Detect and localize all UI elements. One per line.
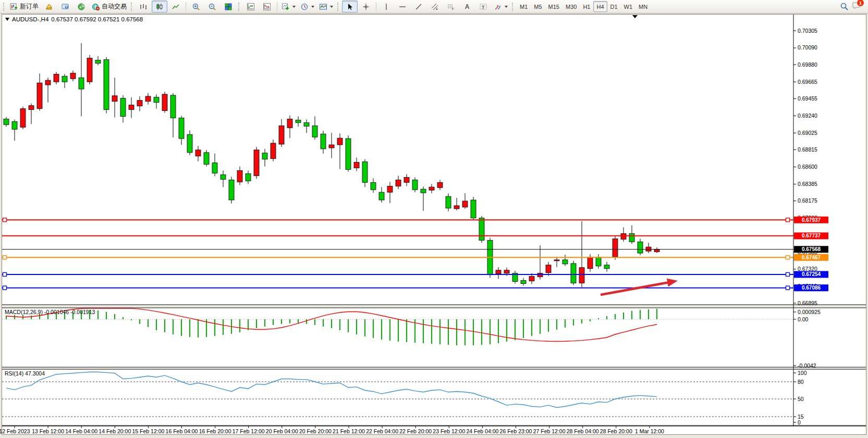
svg-text:0.68600: 0.68600 (798, 164, 817, 170)
horizontal-line-icon (398, 3, 407, 11)
add-indicator-icon (282, 3, 290, 11)
indicator-window-button[interactable] (243, 1, 259, 12)
arrows-tool-button[interactable] (492, 1, 510, 12)
toolbar-grip[interactable] (131, 3, 133, 11)
fibonacci-icon: F (447, 3, 455, 11)
svg-text:0.69665: 0.69665 (798, 79, 817, 85)
toolbar-grip[interactable] (238, 3, 241, 11)
vline-tool-button[interactable] (378, 1, 394, 12)
new-order-button[interactable]: 新订单 (8, 1, 41, 12)
notification-badge: 1 (857, 0, 864, 7)
timeframe-button-D1[interactable]: D1 (607, 1, 621, 12)
toolbar-grip[interactable] (337, 3, 340, 11)
timeframe-button-M5[interactable]: M5 (531, 1, 545, 12)
svg-text:13 Feb 12:00: 13 Feb 12:00 (32, 428, 64, 434)
svg-text:0.67467: 0.67467 (802, 255, 821, 260)
indicator-window2-button[interactable] (259, 1, 275, 12)
main-toolbar: 新订单 自动交易 (0, 0, 868, 14)
candle-chart-mode-button[interactable] (152, 1, 167, 12)
svg-text:-0.0042: -0.0042 (798, 362, 816, 369)
templates-button[interactable] (317, 1, 335, 12)
zoom-out-button[interactable] (204, 1, 220, 12)
cursor-tool-button[interactable] (342, 1, 358, 12)
svg-text:0.67937: 0.67937 (802, 217, 821, 223)
periods-button[interactable] (298, 1, 316, 12)
toolbar-grip[interactable] (512, 3, 515, 11)
svg-text:E: E (436, 7, 438, 10)
zoom-in-button[interactable] (188, 1, 204, 12)
svg-text:0.70090: 0.70090 (798, 44, 817, 51)
fibonacci-tool-button[interactable]: F (443, 1, 459, 12)
accounts-icon (61, 3, 69, 11)
notifications-button[interactable]: 1 (852, 1, 861, 12)
svg-text:27 Feb 12:00: 27 Feb 12:00 (533, 428, 566, 434)
svg-text:50: 50 (798, 396, 804, 402)
hline-tool-button[interactable] (395, 1, 410, 12)
svg-text:0.70305: 0.70305 (798, 28, 817, 34)
timeframe-button-W1[interactable]: W1 (621, 1, 636, 12)
svg-text:0.00: 0.00 (798, 316, 809, 322)
svg-text:0.67737: 0.67737 (802, 233, 821, 239)
svg-text:0.68385: 0.68385 (798, 181, 817, 187)
svg-text:23 Feb 12:00: 23 Feb 12:00 (433, 428, 465, 434)
chart-arrow-down-icon (263, 3, 271, 11)
accounts-button[interactable] (57, 1, 73, 12)
chart-title[interactable]: AUDUSD-,H4 0.67537 0.67592 0.67521 0.675… (5, 16, 143, 22)
chart-arrow-up-icon (247, 3, 255, 11)
tile-windows-button[interactable] (221, 1, 236, 12)
svg-text:1 Mar 12:00: 1 Mar 12:00 (635, 428, 664, 434)
new-order-label: 新订单 (20, 2, 39, 11)
crosshair-icon (362, 3, 370, 11)
symbol-period-label: AUDUSD-,H4 (12, 16, 48, 22)
toolbar-separator (376, 2, 376, 11)
timeframe-button-MN[interactable]: MN (635, 1, 651, 12)
svg-text:F: F (452, 7, 454, 10)
bar-chart-icon (139, 3, 148, 11)
timeframe-button-M1[interactable]: M1 (517, 1, 531, 12)
equidistant-channel-icon: E (431, 3, 439, 11)
timeframe-button-H4[interactable]: H4 (593, 1, 607, 12)
new-order-icon (10, 3, 18, 11)
label-tool-button[interactable]: T (475, 1, 491, 12)
clock-icon (300, 3, 309, 11)
toolbar-separator (277, 2, 277, 11)
text-tool-icon: A (465, 3, 470, 10)
text-tool-button[interactable]: A (459, 1, 475, 12)
toolbar-grip[interactable] (3, 3, 6, 11)
svg-text:15 Feb 12:00: 15 Feb 12:00 (132, 428, 164, 434)
svg-text:26 Feb 23:00: 26 Feb 23:00 (500, 428, 532, 434)
timeframe-button-M30[interactable]: M30 (563, 1, 580, 12)
auto-trading-button[interactable]: 自动交易 (90, 1, 129, 12)
charts-button[interactable] (41, 1, 57, 12)
search-icon[interactable] (840, 2, 849, 11)
svg-text:16 Feb 20:00: 16 Feb 20:00 (199, 428, 231, 434)
svg-text:0.67086: 0.67086 (802, 285, 821, 291)
ohlc-values: 0.67537 0.67592 0.67521 0.67568 (51, 16, 143, 22)
symbol-dropdown-icon[interactable] (5, 18, 9, 21)
crosshair-tool-button[interactable] (358, 1, 374, 12)
dropdown-caret (505, 6, 508, 8)
timeframe-button-H1[interactable]: H1 (580, 1, 593, 12)
toolbar-separator (186, 2, 186, 11)
news-broadcast-icon (77, 3, 85, 11)
timeframe-button-M15[interactable]: M15 (545, 1, 563, 12)
vertical-line-icon (382, 3, 390, 11)
svg-text:20 Feb 20:00: 20 Feb 20:00 (299, 428, 332, 434)
chart-canvas[interactable]: 0.703050.700900.698800.696650.694550.692… (0, 0, 868, 438)
bar-chart-mode-button[interactable] (136, 1, 151, 12)
svg-text:0: 0 (798, 419, 801, 426)
svg-text:14 Feb 20:00: 14 Feb 20:00 (99, 428, 131, 434)
svg-text:14 Feb 04:00: 14 Feb 04:00 (65, 428, 97, 434)
trendline-tool-button[interactable] (411, 1, 426, 12)
svg-text:12 Feb 2023: 12 Feb 2023 (0, 428, 30, 434)
template-chart-icon (319, 3, 327, 11)
svg-text:0.69025: 0.69025 (798, 130, 817, 136)
svg-text:0.69455: 0.69455 (798, 95, 817, 102)
trading-platform-window: 新订单 自动交易 (0, 0, 868, 438)
line-chart-mode-button[interactable] (168, 1, 184, 12)
line-chart-icon (172, 3, 180, 11)
add-indicator-button[interactable] (279, 1, 298, 12)
news-button[interactable] (74, 1, 89, 12)
channel-tool-button[interactable]: E (427, 1, 443, 12)
dropdown-caret (292, 6, 296, 8)
